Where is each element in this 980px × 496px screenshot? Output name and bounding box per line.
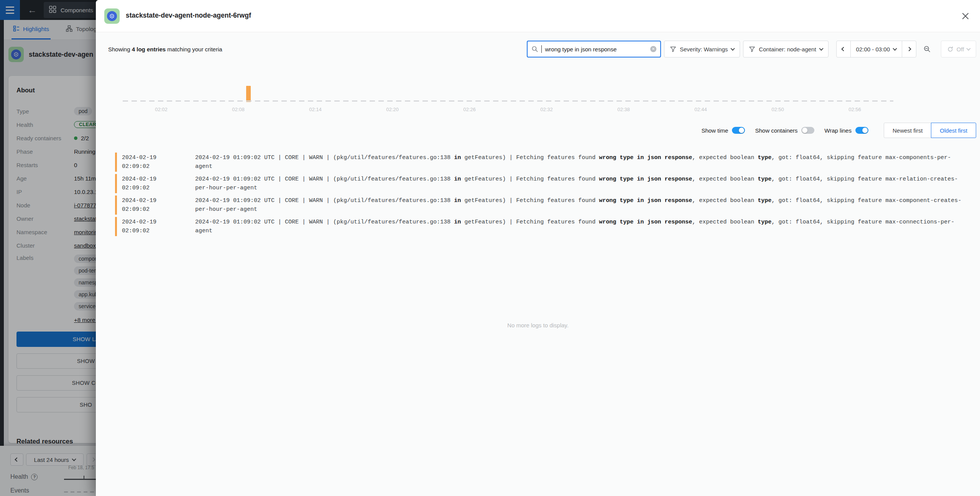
chevron-down-icon: [893, 46, 897, 51]
timeline-tick-label: 02:50: [739, 107, 816, 112]
log-controls: wrong type in json response ✕ Severity: …: [527, 41, 976, 57]
toggle-knob: [802, 128, 807, 133]
log-timestamp: 2024-02-19 02:09:02: [122, 175, 187, 192]
sort-oldest-first-button[interactable]: Oldest first: [931, 123, 976, 138]
timeline-tick-label: 02:02: [123, 107, 200, 112]
toggle-show-time[interactable]: Show time: [701, 127, 745, 134]
timeline-tick-label: 02:38: [585, 107, 662, 112]
refresh-state-label: Off: [957, 46, 964, 53]
log-histogram: 02:0202:0802:1402:2002:2602:3202:3802:44…: [123, 85, 893, 114]
logs-modal: stackstate-dev-agent-node-agent-6rwgf Sh…: [96, 0, 980, 496]
timeline-tick-label: 02:14: [277, 107, 354, 112]
histogram-baseline: [123, 100, 893, 102]
log-search-input[interactable]: wrong type in json response ✕: [527, 41, 661, 57]
toggle-show-containers[interactable]: Show containers: [755, 127, 814, 134]
toggle-wrap-lines[interactable]: Wrap lines: [824, 127, 868, 134]
time-range-group: 02:00 - 03:00: [836, 41, 916, 57]
timeline-tick-label: 02:26: [431, 107, 508, 112]
log-message: 2024-02-19 01:09:02 UTC | CORE | WARN | …: [195, 175, 964, 192]
hour-range-select[interactable]: 02:00 - 03:00: [851, 41, 902, 57]
modal-title: stackstate-dev-agent-node-agent-6rwgf: [126, 11, 251, 20]
toggle-switch[interactable]: [732, 127, 745, 134]
end-of-logs-message: No more logs to display.: [96, 322, 980, 328]
pod-icon: [104, 8, 120, 24]
timeline-tick-label: 02:20: [354, 107, 431, 112]
search-text: wrong type in json response: [545, 46, 617, 53]
timeline-tick-label: 02:56: [816, 107, 893, 112]
sort-newest-first-button[interactable]: Newest first: [884, 123, 931, 138]
timeline-tick-label: 02:08: [200, 107, 277, 112]
sort-group: Newest firstOldest first: [884, 123, 976, 138]
previous-hour-button[interactable]: [837, 41, 851, 57]
log-timestamp: 2024-02-19 02:09:02: [122, 196, 187, 214]
log-message: 2024-02-19 01:09:02 UTC | CORE | WARN | …: [195, 153, 964, 171]
log-entry: 2024-02-19 02:09:022024-02-19 01:09:02 U…: [115, 174, 971, 193]
log-list: 2024-02-19 02:09:022024-02-19 01:09:02 U…: [115, 153, 971, 238]
toggle-label: Show time: [701, 127, 728, 134]
timeline-tick-label: 02:44: [662, 107, 739, 112]
clear-search-button[interactable]: ✕: [650, 46, 656, 52]
close-icon: [962, 12, 969, 20]
toggles: Show timeShow containersWrap lines: [701, 127, 868, 134]
toggle-label: Show containers: [755, 127, 797, 134]
log-entry: 2024-02-19 02:09:022024-02-19 01:09:02 U…: [115, 153, 971, 172]
chevron-down-icon: [731, 46, 735, 51]
close-button[interactable]: [960, 11, 971, 21]
log-message: 2024-02-19 01:09:02 UTC | CORE | WARN | …: [195, 218, 964, 235]
chevron-right-icon: [907, 47, 911, 51]
refresh-icon: [947, 46, 954, 53]
zoom-out-icon: [923, 45, 931, 53]
log-timestamp: 2024-02-19 02:09:02: [122, 153, 187, 171]
chevron-down-icon: [967, 46, 971, 51]
log-entry: 2024-02-19 02:09:022024-02-19 01:09:02 U…: [115, 217, 971, 236]
timeline-ticks: 02:0202:0802:1402:2002:2602:3202:3802:44…: [123, 107, 893, 112]
toggle-label: Wrap lines: [824, 127, 852, 134]
toggle-switch[interactable]: [801, 127, 814, 134]
container-filter-button[interactable]: Container: node-agent: [743, 41, 828, 57]
zoom-out-button[interactable]: [919, 41, 935, 57]
text-caret: [541, 45, 542, 53]
next-hour-button[interactable]: [902, 41, 916, 57]
auto-refresh-button[interactable]: Off: [941, 41, 976, 57]
toggle-switch[interactable]: [855, 127, 868, 134]
timeline-tick-label: 02:32: [508, 107, 585, 112]
funnel-icon: [670, 46, 676, 53]
toggle-knob: [862, 128, 868, 133]
toggle-knob: [739, 128, 744, 133]
search-icon: [531, 46, 538, 53]
hour-range-label: 02:00 - 03:00: [856, 46, 890, 53]
log-count-summary: Showing 4 log entries matching your crit…: [108, 46, 222, 53]
funnel-icon: [749, 46, 755, 53]
chevron-left-icon: [841, 47, 845, 51]
log-entry: 2024-02-19 02:09:022024-02-19 01:09:02 U…: [115, 195, 971, 215]
histogram-bar[interactable]: [246, 86, 251, 102]
log-timestamp: 2024-02-19 02:09:02: [122, 218, 187, 235]
log-message: 2024-02-19 01:09:02 UTC | CORE | WARN | …: [195, 196, 964, 214]
severity-filter-button[interactable]: Severity: Warnings: [664, 41, 740, 57]
modal-header: stackstate-dev-agent-node-agent-6rwgf: [96, 0, 980, 32]
chevron-down-icon: [819, 46, 823, 51]
